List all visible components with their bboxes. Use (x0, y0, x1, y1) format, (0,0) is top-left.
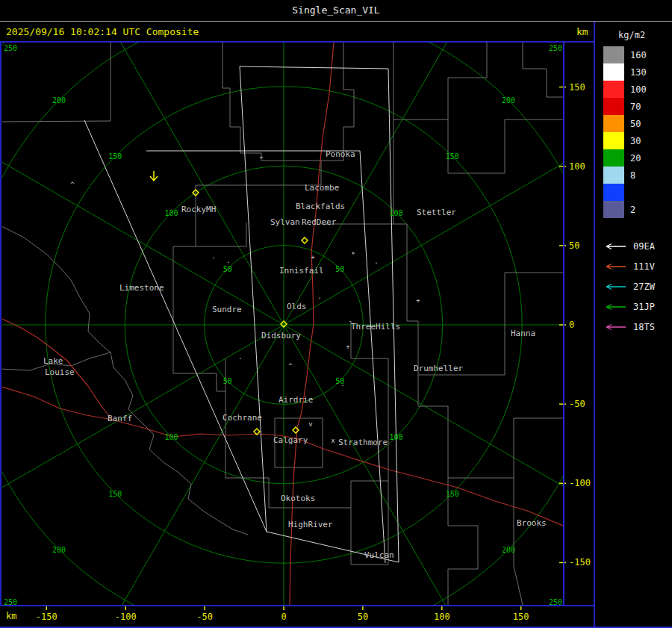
right-axis-tick-label: -50 (569, 399, 585, 409)
town-marker: . (211, 252, 215, 260)
range-ring-label: 100 (164, 433, 178, 441)
town-marker: x (331, 437, 335, 444)
vil-scale-value: 160 (630, 50, 647, 60)
city-label-louise: Louise (45, 367, 75, 377)
radar-id: 09EA (633, 241, 655, 252)
vil-scale-value: 8 (630, 170, 635, 181)
city-label-sylvan: Sylvan (270, 217, 300, 227)
bottom-axis-tick-label: 50 (358, 612, 368, 622)
header-strip: 2025/09/16 10:02:14 UTC Composite km (0, 22, 594, 42)
radar-site-marker (293, 427, 299, 433)
bottom-axis-tick-label: 0 (281, 612, 286, 622)
vil-scale-swatch (603, 132, 624, 149)
right-axis-tick-label: 150 (569, 82, 585, 93)
town-marker: ^ (259, 155, 264, 163)
radar-map: 5050505010010010010015015015015020020020… (0, 0, 672, 628)
vil-color-scale: 1601301007050302082 (603, 46, 671, 218)
range-ring-label: 50 (223, 265, 232, 273)
range-ring-label: 100 (164, 209, 178, 217)
city-label-vulcan: Vulcan (364, 550, 394, 560)
vil-scale-swatch (603, 98, 624, 115)
radar-id: 31JP (633, 302, 655, 312)
vil-scale-value: 100 (630, 84, 647, 95)
city-label-stettler: Stettler (417, 208, 456, 217)
range-ring-label: 50 (335, 265, 344, 273)
city-label-strathmore: Strathmore (338, 438, 388, 447)
town-marker: . (374, 258, 378, 265)
city-label-limestone: Limestone (119, 283, 164, 293)
range-ring-label: 200 (502, 546, 515, 554)
radar-arrow-icon (600, 262, 629, 271)
city-label-sundre: Sundre (212, 305, 242, 314)
radar-site-marker (302, 237, 308, 243)
bottom-axis-unit: km (6, 611, 16, 621)
right-axis-tick-label: 0 (569, 320, 574, 330)
right-axis-tick-label: 100 (569, 161, 585, 172)
range-ring-label: 250 (549, 44, 562, 52)
town-marker: ^ (288, 362, 293, 370)
vil-scale-value: 70 (630, 102, 641, 112)
vil-scale-swatch (603, 149, 624, 167)
range-ring-label: 250 (4, 44, 17, 52)
radar-arrow-icon (600, 242, 629, 251)
vil-scale-swatch (603, 184, 624, 201)
radar-site-legend: 09EA111V27ZW31JP18TS (600, 236, 671, 337)
vil-scale-row: 100 (603, 81, 671, 98)
town-marker: . (348, 316, 352, 323)
radar-arrow-icon (600, 323, 629, 332)
town-marker: . (317, 293, 321, 300)
city-label-cochrane: Cochrane (223, 413, 262, 423)
right-axis-tick-label: 50 (569, 240, 579, 251)
town-marker: ^ (70, 181, 75, 188)
city-label-olds: Olds (287, 302, 307, 311)
range-ring-label: 100 (389, 209, 402, 217)
town-marker: + (311, 253, 315, 261)
vil-scale-swatch (603, 167, 624, 184)
vil-scale-swatch (603, 201, 624, 218)
city-label-rockymh: RockyMH (181, 205, 216, 214)
vil-scale-swatch (603, 63, 624, 81)
city-label-banff: Banff (108, 414, 132, 423)
city-label-didsbury: Didsbury (261, 331, 301, 341)
vil-scale-row (603, 184, 671, 201)
bottom-axis-tick-label: -150 (36, 612, 57, 622)
range-ring-label: 150 (446, 152, 459, 161)
vil-scale-row: 130 (603, 63, 671, 81)
radar-arrow-icon (600, 282, 629, 291)
range-ring-label: 150 (108, 152, 122, 161)
bottom-axis-tick-label: 100 (434, 612, 450, 622)
city-label-hanna: Hanna (511, 329, 535, 338)
city-label-ponoka: Ponoka (326, 149, 355, 159)
right-axis-tick-label: -100 (569, 478, 591, 488)
city-label-drumheller: Drumheller (414, 364, 464, 373)
highways (2, 43, 563, 605)
city-label-threehills: ThreeHills (351, 322, 400, 332)
radar-legend-row: 31JP (600, 296, 671, 317)
range-ring-label: 200 (52, 96, 66, 105)
radar-id: 27ZW (633, 282, 655, 292)
radar-application-window: Single_Scan_VIL 2025/09/16 10:02:14 UTC … (0, 0, 672, 628)
radar-legend-row: 18TS (600, 317, 671, 337)
town-marker: . (340, 380, 344, 388)
vil-scale-swatch (603, 81, 624, 98)
vil-scale-swatch (603, 46, 624, 63)
bottom-axis-tick-label: -100 (115, 612, 137, 622)
vil-scale-value: 2 (630, 205, 635, 215)
vil-scale-row: 50 (603, 115, 671, 132)
title-bar: Single_Scan_VIL (0, 0, 672, 22)
city-label-okotoks: Okotoks (281, 494, 315, 503)
vil-scale-row: 20 (603, 149, 671, 167)
axis-ticks: km 150100500-50-100-150-150-100-50050100… (6, 82, 591, 622)
range-ring-label: 50 (223, 377, 232, 385)
right-axis-tick-label: -150 (569, 557, 591, 568)
scan-timestamp: 2025/09/16 10:02:14 UTC Composite (6, 22, 199, 42)
vil-scale-row: 160 (603, 46, 671, 63)
town-marker: v (308, 420, 312, 428)
city-label-lake: Lake (43, 356, 63, 366)
range-ring-label: 200 (52, 546, 66, 554)
range-ring-label: 150 (446, 490, 459, 498)
vil-scale-value: 30 (630, 136, 641, 146)
radar-legend-row: 09EA (600, 236, 671, 256)
bottom-axis-tick-label: -50 (196, 612, 213, 622)
range-ring-label: 200 (502, 96, 515, 105)
